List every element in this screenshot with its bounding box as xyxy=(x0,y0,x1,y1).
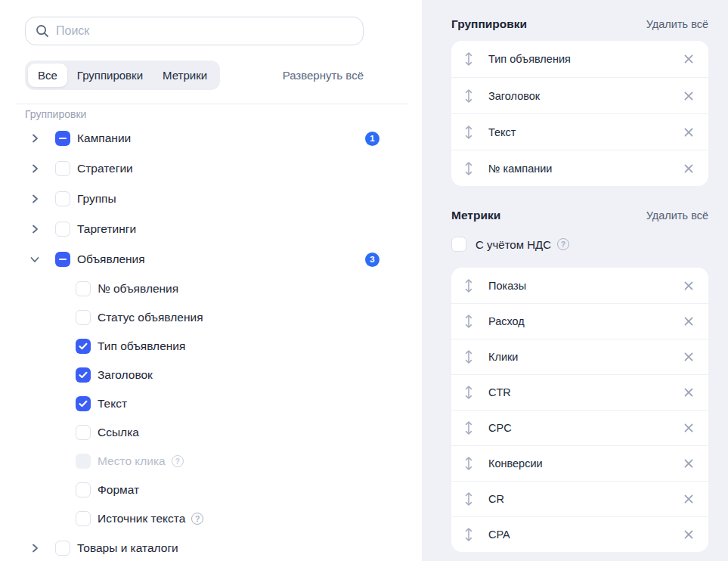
metrics-header: Метрики Удалить всё xyxy=(451,208,708,222)
checkbox-checked[interactable] xyxy=(76,367,91,383)
chevron-right-icon[interactable] xyxy=(29,193,41,205)
metrics-clear-all-link[interactable]: Удалить всё xyxy=(646,209,708,222)
tab-groupings[interactable]: Группировки xyxy=(67,64,153,87)
drag-handle-icon[interactable] xyxy=(464,457,474,471)
checkbox-unchecked[interactable] xyxy=(55,541,70,556)
drag-handle-icon[interactable] xyxy=(464,88,474,103)
selected-columns-panel: Группировки Удалить всё Тип объявления З… xyxy=(422,0,728,561)
remove-icon[interactable] xyxy=(683,163,694,174)
grouping-item-label: № кампании xyxy=(488,163,683,175)
search-input[interactable] xyxy=(56,24,353,38)
tab-metrics[interactable]: Метрики xyxy=(153,64,217,87)
checkbox-checked[interactable] xyxy=(76,339,91,354)
tree-item-link[interactable]: Ссылка xyxy=(25,418,379,447)
tree-item-groups[interactable]: Группы xyxy=(25,184,379,214)
chevron-right-icon[interactable] xyxy=(29,223,41,235)
vat-label: С учётом НДС xyxy=(476,238,551,251)
grouping-item-text[interactable]: Текст xyxy=(451,113,708,150)
search-box[interactable] xyxy=(25,17,364,45)
help-icon[interactable]: ? xyxy=(172,455,184,467)
grouping-item-campaign-number[interactable]: № кампании xyxy=(451,150,708,186)
tree-item-ad-number[interactable]: № объявления xyxy=(25,274,379,303)
expand-all-link[interactable]: Развернуть всё xyxy=(283,69,364,82)
metric-item-label: CPC xyxy=(488,422,683,434)
checkbox-unchecked[interactable] xyxy=(76,281,91,296)
metric-item-clicks[interactable]: Клики xyxy=(451,339,708,374)
checkbox-unchecked[interactable] xyxy=(76,482,91,497)
metric-item-impressions[interactable]: Показы xyxy=(451,268,708,303)
tree-item-products-catalogs[interactable]: Товары и каталоги xyxy=(25,533,379,561)
metric-item-cpc[interactable]: CPC xyxy=(451,410,708,445)
remove-icon[interactable] xyxy=(683,352,694,363)
tree-item-label: Группы xyxy=(77,192,116,206)
help-icon[interactable]: ? xyxy=(557,238,569,250)
tree-item-campaigns[interactable]: Кампании 1 xyxy=(25,123,379,153)
chevron-right-icon[interactable] xyxy=(29,132,41,144)
remove-icon[interactable] xyxy=(683,126,694,138)
tree-item-label: Заголовок xyxy=(98,368,153,382)
tree-item-label: Таргетинги xyxy=(77,222,136,236)
metric-item-cr[interactable]: CR xyxy=(451,481,708,516)
checkbox-unchecked[interactable] xyxy=(55,161,70,176)
checkbox-indeterminate[interactable] xyxy=(55,131,70,146)
tree-item-ad-type[interactable]: Тип объявления xyxy=(25,332,379,361)
chevron-right-icon[interactable] xyxy=(29,163,41,175)
drag-handle-icon[interactable] xyxy=(464,492,474,507)
remove-icon[interactable] xyxy=(683,54,694,65)
remove-icon[interactable] xyxy=(683,423,694,434)
tree-item-label: Источник текста xyxy=(98,512,185,525)
drag-handle-icon[interactable] xyxy=(464,421,474,435)
tree-item-text[interactable]: Текст xyxy=(25,389,379,418)
tree-item-text-source[interactable]: Источник текста ? xyxy=(25,504,379,533)
drag-handle-icon[interactable] xyxy=(464,161,474,175)
checkbox-unchecked[interactable] xyxy=(55,222,70,237)
groupings-clear-all-link[interactable]: Удалить всё xyxy=(646,18,708,30)
tree-item-strategies[interactable]: Стратегии xyxy=(25,153,379,184)
remove-icon[interactable] xyxy=(683,458,694,470)
drag-handle-icon[interactable] xyxy=(464,315,474,329)
remove-icon[interactable] xyxy=(683,280,694,291)
remove-icon[interactable] xyxy=(683,529,694,541)
drag-handle-icon[interactable] xyxy=(464,278,474,293)
tree-item-label: № объявления xyxy=(98,282,178,296)
tree-item-ads[interactable]: Объявления 3 xyxy=(25,244,379,274)
drag-handle-icon[interactable] xyxy=(464,125,474,139)
metric-item-cost[interactable]: Расход xyxy=(451,303,708,339)
grouping-item-label: Заголовок xyxy=(488,90,683,102)
tree-item-headline[interactable]: Заголовок xyxy=(25,361,379,389)
grouping-item-ad-type[interactable]: Тип объявления xyxy=(451,41,708,77)
tree-item-targetings[interactable]: Таргетинги xyxy=(25,214,379,244)
tree-item-label: Формат xyxy=(98,483,139,497)
tree-item-label: Место клика xyxy=(98,454,166,468)
tree-section-label: Группировки xyxy=(25,107,379,122)
checkbox-unchecked[interactable] xyxy=(55,191,70,206)
tree-item-ad-status[interactable]: Статус объявления xyxy=(25,303,379,332)
tree-item-format[interactable]: Формат xyxy=(25,476,379,504)
checkbox-checked[interactable] xyxy=(76,396,91,411)
drag-handle-icon[interactable] xyxy=(464,52,474,67)
checkbox-disabled xyxy=(76,454,91,469)
metric-item-label: Клики xyxy=(488,351,683,363)
checkbox-unchecked[interactable] xyxy=(451,237,466,252)
metric-item-ctr[interactable]: CTR xyxy=(451,374,708,410)
remove-icon[interactable] xyxy=(683,494,694,505)
drag-handle-icon[interactable] xyxy=(464,350,474,364)
vat-checkbox-row[interactable]: С учётом НДС ? xyxy=(451,236,708,253)
grouping-item-headline[interactable]: Заголовок xyxy=(451,77,708,113)
checkbox-indeterminate[interactable] xyxy=(55,252,70,267)
help-icon[interactable]: ? xyxy=(191,513,203,525)
remove-icon[interactable] xyxy=(683,387,694,398)
metric-item-conversions[interactable]: Конверсии xyxy=(451,445,708,481)
metric-item-cpa[interactable]: CPA xyxy=(451,516,708,552)
drag-handle-icon[interactable] xyxy=(464,528,474,542)
groupings-header: Группировки Удалить всё xyxy=(451,17,708,31)
remove-icon[interactable] xyxy=(683,316,694,327)
drag-handle-icon[interactable] xyxy=(464,386,474,400)
checkbox-unchecked[interactable] xyxy=(76,425,91,440)
checkbox-unchecked[interactable] xyxy=(76,310,91,325)
chevron-down-icon[interactable] xyxy=(29,253,41,265)
remove-icon[interactable] xyxy=(683,90,694,101)
checkbox-unchecked[interactable] xyxy=(76,511,91,526)
chevron-right-icon[interactable] xyxy=(29,542,41,554)
tab-all[interactable]: Все xyxy=(28,64,67,87)
